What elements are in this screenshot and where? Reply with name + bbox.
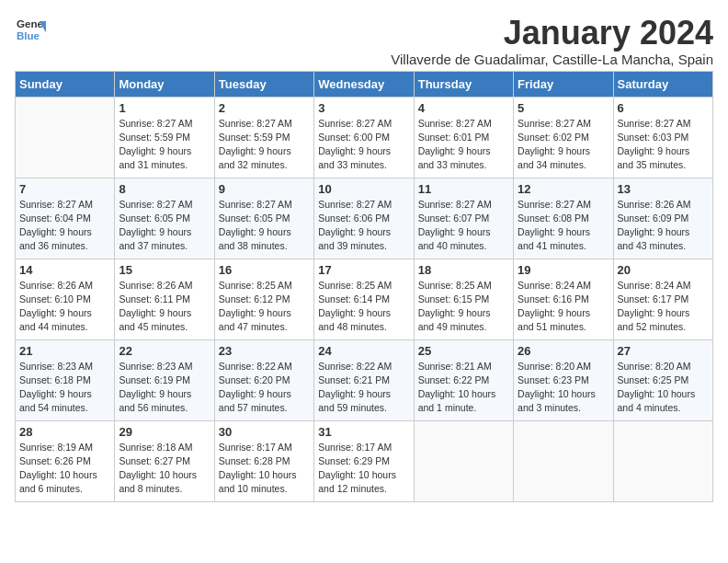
day-number: 10 bbox=[318, 182, 409, 196]
day-number: 20 bbox=[618, 263, 709, 277]
calendar-cell: 4Sunrise: 8:27 AM Sunset: 6:01 PM Daylig… bbox=[414, 97, 513, 178]
day-info: Sunrise: 8:26 AM Sunset: 6:11 PM Dayligh… bbox=[119, 279, 210, 335]
calendar-cell: 30Sunrise: 8:17 AM Sunset: 6:28 PM Dayli… bbox=[214, 420, 313, 501]
logo-icon: General Blue bbox=[17, 15, 46, 44]
calendar-cell: 10Sunrise: 8:27 AM Sunset: 6:06 PM Dayli… bbox=[314, 178, 414, 259]
day-info: Sunrise: 8:23 AM Sunset: 6:19 PM Dayligh… bbox=[119, 360, 210, 416]
day-info: Sunrise: 8:18 AM Sunset: 6:27 PM Dayligh… bbox=[119, 441, 210, 497]
calendar-cell: 25Sunrise: 8:21 AM Sunset: 6:22 PM Dayli… bbox=[414, 339, 513, 420]
calendar-cell: 5Sunrise: 8:27 AM Sunset: 6:02 PM Daylig… bbox=[514, 97, 613, 178]
calendar-cell: 21Sunrise: 8:23 AM Sunset: 6:18 PM Dayli… bbox=[16, 339, 115, 420]
day-info: Sunrise: 8:19 AM Sunset: 6:26 PM Dayligh… bbox=[19, 441, 110, 497]
calendar-cell bbox=[514, 420, 613, 501]
day-info: Sunrise: 8:24 AM Sunset: 6:17 PM Dayligh… bbox=[618, 279, 709, 335]
day-number: 12 bbox=[518, 182, 609, 196]
day-info: Sunrise: 8:23 AM Sunset: 6:18 PM Dayligh… bbox=[19, 360, 110, 416]
day-number: 27 bbox=[618, 344, 709, 358]
calendar-cell: 31Sunrise: 8:17 AM Sunset: 6:29 PM Dayli… bbox=[314, 420, 414, 501]
day-info: Sunrise: 8:22 AM Sunset: 6:20 PM Dayligh… bbox=[219, 360, 310, 416]
day-info: Sunrise: 8:27 AM Sunset: 6:00 PM Dayligh… bbox=[318, 117, 409, 173]
day-number: 6 bbox=[618, 101, 709, 115]
calendar-week-row: 7Sunrise: 8:27 AM Sunset: 6:04 PM Daylig… bbox=[16, 178, 713, 259]
day-number: 30 bbox=[219, 425, 310, 439]
day-info: Sunrise: 8:25 AM Sunset: 6:14 PM Dayligh… bbox=[318, 279, 409, 335]
calendar-cell: 1Sunrise: 8:27 AM Sunset: 5:59 PM Daylig… bbox=[115, 97, 214, 178]
calendar-cell: 3Sunrise: 8:27 AM Sunset: 6:00 PM Daylig… bbox=[314, 97, 414, 178]
calendar-cell: 23Sunrise: 8:22 AM Sunset: 6:20 PM Dayli… bbox=[214, 339, 313, 420]
svg-text:Blue: Blue bbox=[17, 30, 40, 41]
calendar-cell: 13Sunrise: 8:26 AM Sunset: 6:09 PM Dayli… bbox=[613, 178, 712, 259]
calendar-cell: 15Sunrise: 8:26 AM Sunset: 6:11 PM Dayli… bbox=[115, 259, 214, 339]
day-number: 21 bbox=[19, 344, 110, 358]
day-info: Sunrise: 8:24 AM Sunset: 6:16 PM Dayligh… bbox=[518, 279, 609, 335]
day-info: Sunrise: 8:27 AM Sunset: 6:07 PM Dayligh… bbox=[418, 198, 509, 254]
calendar-week-row: 14Sunrise: 8:26 AM Sunset: 6:10 PM Dayli… bbox=[16, 259, 713, 339]
calendar-week-row: 1Sunrise: 8:27 AM Sunset: 5:59 PM Daylig… bbox=[16, 97, 713, 178]
day-info: Sunrise: 8:27 AM Sunset: 6:08 PM Dayligh… bbox=[518, 198, 609, 254]
calendar-cell: 11Sunrise: 8:27 AM Sunset: 6:07 PM Dayli… bbox=[414, 178, 513, 259]
day-number: 18 bbox=[418, 263, 509, 277]
day-number: 4 bbox=[418, 101, 509, 115]
day-info: Sunrise: 8:27 AM Sunset: 5:59 PM Dayligh… bbox=[219, 117, 310, 173]
day-info: Sunrise: 8:20 AM Sunset: 6:25 PM Dayligh… bbox=[618, 360, 709, 416]
day-info: Sunrise: 8:27 AM Sunset: 6:04 PM Dayligh… bbox=[19, 198, 110, 254]
day-number: 28 bbox=[19, 425, 110, 439]
calendar-week-row: 21Sunrise: 8:23 AM Sunset: 6:18 PM Dayli… bbox=[16, 339, 713, 420]
day-info: Sunrise: 8:26 AM Sunset: 6:09 PM Dayligh… bbox=[618, 198, 709, 254]
day-number: 15 bbox=[119, 263, 210, 277]
weekday-header: Friday bbox=[514, 71, 613, 97]
calendar-cell: 6Sunrise: 8:27 AM Sunset: 6:03 PM Daylig… bbox=[613, 97, 712, 178]
weekday-header: Wednesday bbox=[314, 71, 414, 97]
day-number: 3 bbox=[318, 101, 409, 115]
day-info: Sunrise: 8:17 AM Sunset: 6:29 PM Dayligh… bbox=[318, 441, 409, 497]
calendar-subtitle: Villaverde de Guadalimar, Castille-La Ma… bbox=[391, 52, 713, 67]
day-info: Sunrise: 8:25 AM Sunset: 6:15 PM Dayligh… bbox=[418, 279, 509, 335]
day-number: 11 bbox=[418, 182, 509, 196]
day-info: Sunrise: 8:17 AM Sunset: 6:28 PM Dayligh… bbox=[219, 441, 310, 497]
day-info: Sunrise: 8:25 AM Sunset: 6:12 PM Dayligh… bbox=[219, 279, 310, 335]
weekday-header: Monday bbox=[115, 71, 214, 97]
day-number: 7 bbox=[19, 182, 110, 196]
calendar-cell: 2Sunrise: 8:27 AM Sunset: 5:59 PM Daylig… bbox=[214, 97, 313, 178]
day-number: 23 bbox=[219, 344, 310, 358]
day-number: 14 bbox=[19, 263, 110, 277]
calendar-cell: 8Sunrise: 8:27 AM Sunset: 6:05 PM Daylig… bbox=[115, 178, 214, 259]
day-number: 26 bbox=[518, 344, 609, 358]
day-info: Sunrise: 8:27 AM Sunset: 6:02 PM Dayligh… bbox=[518, 117, 609, 173]
day-info: Sunrise: 8:27 AM Sunset: 6:03 PM Dayligh… bbox=[618, 117, 709, 173]
calendar-cell: 17Sunrise: 8:25 AM Sunset: 6:14 PM Dayli… bbox=[314, 259, 414, 339]
title-block: January 2024 Villaverde de Guadalimar, C… bbox=[391, 15, 713, 67]
calendar-cell bbox=[613, 420, 712, 501]
calendar-cell: 24Sunrise: 8:22 AM Sunset: 6:21 PM Dayli… bbox=[314, 339, 414, 420]
day-number: 2 bbox=[219, 101, 310, 115]
calendar-cell: 20Sunrise: 8:24 AM Sunset: 6:17 PM Dayli… bbox=[613, 259, 712, 339]
page-header: General Blue January 2024 Villaverde de … bbox=[15, 15, 713, 67]
day-number: 31 bbox=[318, 425, 409, 439]
calendar-cell: 16Sunrise: 8:25 AM Sunset: 6:12 PM Dayli… bbox=[214, 259, 313, 339]
calendar-cell: 26Sunrise: 8:20 AM Sunset: 6:23 PM Dayli… bbox=[514, 339, 613, 420]
day-number: 19 bbox=[518, 263, 609, 277]
day-info: Sunrise: 8:20 AM Sunset: 6:23 PM Dayligh… bbox=[518, 360, 609, 416]
calendar-title: January 2024 bbox=[391, 15, 713, 52]
weekday-header: Tuesday bbox=[214, 71, 313, 97]
day-info: Sunrise: 8:27 AM Sunset: 6:05 PM Dayligh… bbox=[119, 198, 210, 254]
calendar-table: SundayMondayTuesdayWednesdayThursdayFrid… bbox=[15, 71, 713, 502]
calendar-header-row: SundayMondayTuesdayWednesdayThursdayFrid… bbox=[16, 71, 713, 97]
day-number: 24 bbox=[318, 344, 409, 358]
weekday-header: Thursday bbox=[414, 71, 513, 97]
calendar-cell: 22Sunrise: 8:23 AM Sunset: 6:19 PM Dayli… bbox=[115, 339, 214, 420]
day-number: 9 bbox=[219, 182, 310, 196]
day-number: 17 bbox=[318, 263, 409, 277]
day-number: 22 bbox=[119, 344, 210, 358]
day-number: 29 bbox=[119, 425, 210, 439]
calendar-cell: 28Sunrise: 8:19 AM Sunset: 6:26 PM Dayli… bbox=[16, 420, 115, 501]
day-info: Sunrise: 8:27 AM Sunset: 6:05 PM Dayligh… bbox=[219, 198, 310, 254]
day-number: 8 bbox=[119, 182, 210, 196]
calendar-cell: 9Sunrise: 8:27 AM Sunset: 6:05 PM Daylig… bbox=[214, 178, 313, 259]
day-info: Sunrise: 8:26 AM Sunset: 6:10 PM Dayligh… bbox=[19, 279, 110, 335]
calendar-cell: 12Sunrise: 8:27 AM Sunset: 6:08 PM Dayli… bbox=[514, 178, 613, 259]
day-number: 25 bbox=[418, 344, 509, 358]
day-info: Sunrise: 8:27 AM Sunset: 6:01 PM Dayligh… bbox=[418, 117, 509, 173]
calendar-cell: 29Sunrise: 8:18 AM Sunset: 6:27 PM Dayli… bbox=[115, 420, 214, 501]
calendar-cell bbox=[16, 97, 115, 178]
